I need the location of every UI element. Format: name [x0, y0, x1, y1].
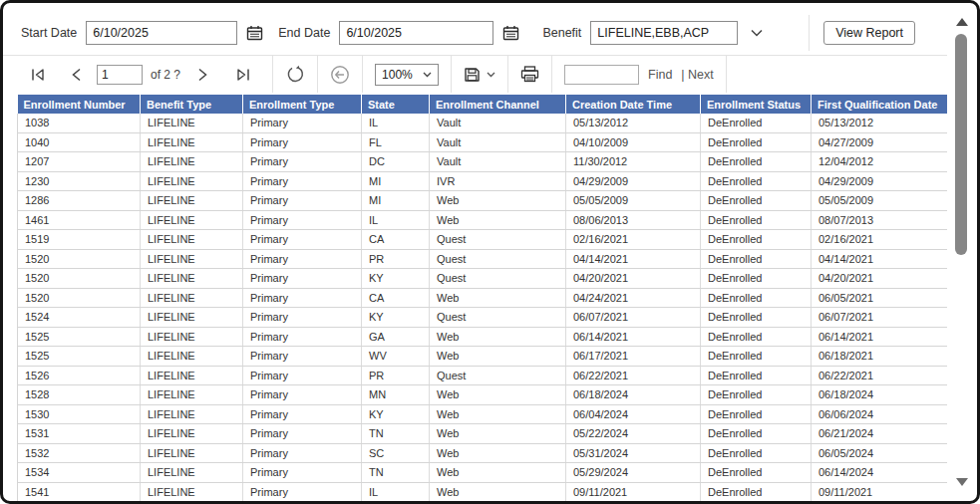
table-cell: 06/22/2021 [812, 366, 948, 385]
table-cell: Primary [243, 288, 362, 308]
next-page-button[interactable] [197, 68, 208, 82]
table-cell: 05/05/2009 [566, 191, 701, 211]
zoom-select[interactable]: 100% [375, 64, 439, 86]
vertical-scrollbar[interactable] [952, 10, 971, 494]
table-cell: DeEnrolled [701, 308, 812, 328]
refresh-icon [285, 65, 305, 85]
table-row: 1520LIFELINEPrimaryPRQuest04/14/2021DeEn… [18, 249, 948, 269]
table-cell: DeEnrolled [701, 210, 812, 230]
report-table-area: Enrollment NumberBenefit TypeEnrollment … [3, 93, 947, 501]
zoom-value: 100% [382, 68, 413, 82]
back-button[interactable] [330, 65, 350, 85]
table-cell: PR [362, 249, 430, 269]
table-cell: Web [430, 482, 566, 501]
report-toolbar: of 2 ? [3, 56, 947, 93]
print-button[interactable] [520, 66, 539, 83]
table-cell: Primary [243, 210, 362, 230]
start-date-calendar-button[interactable] [246, 25, 263, 41]
table-cell: TN [362, 463, 430, 483]
table-cell: 06/07/2021 [812, 308, 948, 328]
table-cell: 09/11/2021 [566, 482, 701, 501]
table-cell: Quest [430, 249, 566, 269]
table-cell: 1525 [18, 327, 141, 347]
toolbar-separator [551, 56, 552, 93]
end-date-input[interactable] [339, 21, 493, 45]
table-cell: Primary [243, 114, 362, 132]
table-cell: 1207 [18, 152, 141, 172]
table-cell: Primary [243, 230, 362, 250]
toolbar-separator [726, 56, 727, 93]
table-cell: Primary [243, 366, 362, 385]
refresh-button[interactable] [285, 65, 305, 85]
table-row: 1528LIFELINEPrimaryMNWeb06/18/2024DeEnro… [18, 385, 948, 405]
table-cell: 04/14/2021 [812, 249, 948, 269]
start-date-input[interactable] [86, 21, 237, 45]
table-cell: DeEnrolled [701, 114, 812, 132]
first-page-button[interactable] [30, 68, 46, 82]
benefit-dropdown-button[interactable] [751, 29, 763, 37]
table-cell: TN [362, 424, 430, 444]
scrollbar-thumb[interactable] [955, 34, 967, 255]
table-cell: DeEnrolled [701, 463, 812, 483]
table-row: 1541LIFELINEPrimaryILWeb09/11/2021DeEnro… [18, 482, 948, 501]
table-cell: 1534 [18, 463, 141, 483]
table-cell: LIFELINE [141, 482, 243, 501]
previous-page-button[interactable] [71, 68, 82, 82]
table-cell: DeEnrolled [701, 443, 812, 463]
table-row: 1461LIFELINEPrimaryILWeb08/06/2013DeEnro… [18, 210, 948, 230]
table-cell: 06/22/2021 [566, 366, 701, 385]
table-cell: Web [430, 404, 566, 424]
table-cell: Web [430, 424, 566, 444]
table-cell: 05/31/2024 [566, 443, 701, 463]
table-cell: 06/14/2021 [566, 327, 701, 347]
calendar-icon [502, 25, 519, 41]
column-header: Benefit Type [141, 95, 243, 114]
end-date-calendar-button[interactable] [502, 25, 519, 41]
table-cell: LIFELINE [141, 171, 243, 191]
last-page-button[interactable] [235, 68, 251, 82]
table-cell: IVR [430, 171, 566, 191]
table-cell: Primary [243, 269, 362, 289]
find-next-button[interactable]: | Next [681, 68, 713, 82]
view-report-button[interactable]: View Report [823, 21, 915, 45]
table-cell: DeEnrolled [701, 482, 812, 501]
find-button[interactable]: Find [648, 68, 672, 82]
table-cell: LIFELINE [141, 230, 243, 250]
table-cell: Primary [243, 171, 362, 191]
toolbar-separator [362, 56, 363, 93]
table-row: 1520LIFELINEPrimaryCAWeb04/24/2021DeEnro… [18, 288, 948, 308]
table-cell: 04/20/2021 [812, 269, 948, 289]
back-arrow-icon [330, 65, 350, 85]
chevron-left-icon [71, 68, 82, 82]
table-cell: 06/05/2024 [812, 443, 948, 463]
table-cell: 04/24/2021 [566, 288, 701, 308]
table-cell: Primary [243, 308, 362, 328]
toolbar-separator [317, 56, 318, 93]
table-cell: 06/14/2021 [812, 327, 948, 347]
benefit-input[interactable] [590, 21, 738, 45]
table-cell: LIFELINE [141, 191, 243, 211]
find-input[interactable] [564, 65, 639, 85]
table-row: 1525LIFELINEPrimaryWVWeb06/17/2021DeEnro… [18, 347, 948, 367]
table-cell: Primary [243, 327, 362, 347]
table-cell: LIFELINE [141, 443, 243, 463]
toolbar-separator [507, 56, 508, 93]
page-number-input[interactable] [97, 65, 143, 85]
table-cell: Vault [430, 114, 566, 132]
table-cell: Web [430, 288, 566, 308]
toolbar-separator [272, 56, 273, 93]
table-cell: DeEnrolled [701, 347, 812, 367]
table-row: 1531LIFELINEPrimaryTNWeb05/22/2024DeEnro… [18, 424, 948, 444]
table-row: 1519LIFELINEPrimaryCAQuest02/16/2021DeEn… [18, 230, 948, 250]
export-button[interactable] [464, 67, 495, 83]
scroll-up-button[interactable] [956, 18, 968, 26]
table-cell: 06/14/2024 [812, 463, 948, 483]
table-cell: FL [362, 132, 430, 152]
table-cell: 1528 [18, 385, 141, 405]
table-cell: GA [362, 327, 430, 347]
table-cell: CA [362, 288, 430, 308]
table-cell: 1530 [18, 404, 141, 424]
table-cell: 1526 [18, 366, 141, 385]
scroll-down-button[interactable] [956, 478, 968, 486]
column-header: Creation Date Time [566, 95, 701, 114]
